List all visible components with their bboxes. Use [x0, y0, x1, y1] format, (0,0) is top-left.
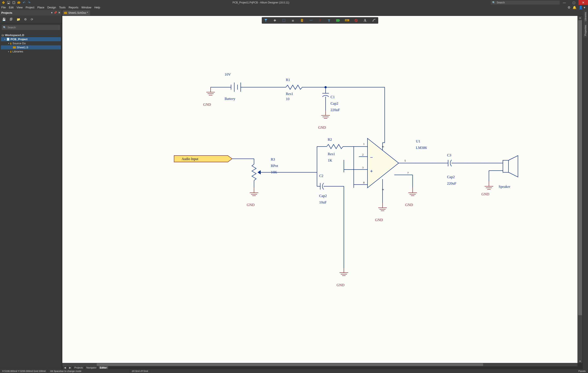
select-icon[interactable] — [282, 18, 286, 23]
place-part-icon[interactable] — [300, 18, 304, 23]
place-vcc-icon[interactable] — [327, 18, 331, 23]
gnd-pin7[interactable] — [408, 188, 417, 196]
panel-menu-icon[interactable]: ▾ — [51, 11, 52, 14]
user-icon[interactable]: 👤 ▾ — [579, 6, 585, 10]
maximize-button[interactable]: ▢ — [569, 0, 578, 5]
bottom-tab-navigator[interactable]: Navigator — [85, 366, 98, 369]
tool-save-icon[interactable]: 💾 — [2, 18, 6, 21]
menu-tools[interactable]: Tools — [59, 6, 65, 9]
status-panels[interactable]: Panels — [576, 369, 588, 373]
status-bar: X:5100.000mil Y:3200.000mil Grid:100mil … — [0, 369, 588, 373]
side-tab-properties[interactable]: Properties — [584, 23, 587, 37]
editor-area: Sheet1.SchDoc * ✚ ≣ 〰 D1 A — [62, 10, 583, 369]
move-icon[interactable]: ✚ — [273, 18, 277, 23]
c3-component[interactable] — [448, 160, 452, 166]
align-icon[interactable]: ≣ — [291, 18, 295, 23]
port-label: Audio Input — [182, 157, 198, 161]
doc-tab-sheet1[interactable]: Sheet1.SchDoc * — [63, 10, 90, 15]
r2-component[interactable] — [327, 144, 343, 149]
place-noerc-icon[interactable] — [354, 18, 358, 23]
pin8: 8 — [363, 181, 365, 184]
gnd-c1[interactable] — [321, 110, 330, 118]
place-port-icon[interactable] — [336, 18, 340, 23]
r3-component[interactable] — [252, 164, 264, 180]
panel-pin-icon[interactable]: 📌 — [54, 11, 57, 14]
c2-designator: C2 — [319, 174, 324, 178]
right-side-tabs: Libraries Properties — [583, 10, 588, 369]
global-search[interactable]: 🔍 Search — [491, 1, 560, 4]
menu-reports[interactable]: Reports — [69, 6, 78, 9]
place-arc-icon[interactable] — [372, 18, 377, 23]
undo-icon[interactable]: ↶ — [22, 1, 26, 4]
menu-project[interactable]: Project — [26, 6, 34, 9]
project-node[interactable]: ▾ 🧾 PCB_Project — [1, 37, 61, 41]
settings-icon[interactable]: ⚙ — [567, 6, 570, 10]
gnd-battery[interactable] — [206, 87, 215, 95]
bottom-tab-right-arrow[interactable]: ▶ — [68, 366, 72, 369]
gnd-label: GND — [318, 125, 326, 130]
source-docs-node[interactable]: ▾ ▮ Source Do — [1, 41, 61, 45]
panel-close-icon[interactable]: ✕ — [58, 11, 60, 14]
notifications-icon[interactable]: 🔔 — [573, 6, 577, 10]
tool-folder-icon[interactable]: 📁 — [17, 18, 20, 21]
tool-refresh-icon[interactable]: ⟳ — [31, 18, 33, 21]
projects-search[interactable]: 🔍 Search — [2, 25, 60, 30]
c2-component[interactable] — [320, 183, 324, 189]
doc-tab-label: Sheet1.SchDoc * — [68, 11, 88, 14]
pin7: 7 — [407, 171, 409, 175]
r1-name: Res1 — [286, 92, 293, 96]
projects-panel-header: Projects ▾ 📌 ✕ — [0, 10, 62, 15]
redo-icon[interactable]: ↷ — [28, 1, 31, 4]
svg-marker-69 — [368, 138, 399, 188]
menu-window[interactable]: Window — [82, 6, 91, 9]
minimize-button[interactable]: — — [560, 0, 569, 5]
gnd-speaker[interactable] — [485, 181, 493, 189]
menu-view[interactable]: View — [17, 6, 22, 9]
battery-component[interactable] — [231, 83, 241, 92]
c1-component[interactable] — [322, 93, 329, 97]
libraries-node[interactable]: ▸ ▮ Libraries — [1, 49, 61, 53]
bottom-tab-left-arrow[interactable]: ◀ — [63, 366, 67, 369]
schematic-file-icon — [13, 46, 16, 49]
close-button[interactable]: ✕ — [578, 0, 588, 5]
menu-edit[interactable]: Edit — [9, 6, 13, 9]
menu-place[interactable]: Place — [37, 6, 44, 9]
r1-component[interactable] — [286, 85, 302, 89]
menu-file[interactable]: File — [1, 6, 6, 9]
u1-component[interactable] — [368, 138, 399, 188]
pin6: 6 — [381, 146, 385, 147]
gnd-c2[interactable] — [340, 268, 348, 276]
place-netlabel-icon[interactable]: D1 — [345, 18, 349, 23]
c2-name: Cap2 — [319, 194, 327, 198]
menu-design[interactable]: Design — [47, 6, 56, 9]
save-icon[interactable] — [7, 1, 10, 4]
document-tabs: Sheet1.SchDoc * — [62, 10, 583, 15]
place-text-icon[interactable]: A — [363, 18, 368, 23]
gnd-r3[interactable] — [250, 188, 258, 196]
vertical-scrollbar[interactable] — [578, 16, 582, 363]
schematic-file-icon — [64, 12, 67, 14]
menu-bar: File Edit View Project Place Design Tool… — [0, 5, 588, 10]
place-wire-icon[interactable]: 〰 — [309, 18, 313, 23]
bottom-tab-editor[interactable]: Editor — [99, 366, 108, 369]
place-gnd-icon[interactable] — [318, 18, 322, 23]
menu-help[interactable]: Help — [94, 6, 100, 9]
save-all-icon[interactable] — [12, 1, 15, 4]
side-tab-libraries[interactable]: Libraries — [584, 10, 587, 23]
battery-name: Battery — [225, 97, 236, 101]
schematic-canvas[interactable]: ✚ ≣ 〰 D1 A — [62, 16, 578, 363]
sheet-node[interactable]: Sheet1.S — [1, 45, 61, 49]
workspace-node[interactable]: 🗂 Workspace1.D — [1, 33, 61, 37]
speaker-component[interactable] — [503, 155, 518, 177]
svg-rect-4 — [283, 19, 285, 22]
svg-text:+: + — [370, 168, 373, 174]
bottom-tab-projects[interactable]: Projects — [73, 366, 84, 369]
gnd-pin4[interactable] — [378, 203, 387, 211]
tool-compile-icon[interactable]: 🗐 — [10, 18, 13, 21]
svg-line-22 — [355, 20, 357, 21]
tool-settings-icon[interactable]: ⚙ — [24, 18, 27, 21]
filter-icon[interactable] — [263, 18, 268, 23]
r1-designator: R1 — [286, 78, 290, 82]
horizontal-scrollbar[interactable] — [62, 363, 578, 366]
open-icon[interactable] — [17, 1, 21, 4]
